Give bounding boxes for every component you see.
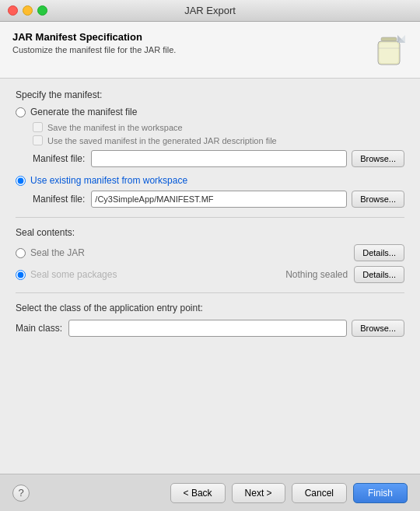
use-existing-radio[interactable]: Use existing manifest from workspace [16,175,404,186]
window-title: JAR Export [184,5,236,16]
main-class-browse-button[interactable]: Browse... [352,320,404,337]
svg-rect-0 [381,37,397,41]
main-class-label: Main class: [16,323,62,334]
save-manifest-option[interactable]: Save the manifest in the workspace [33,122,404,132]
save-manifest-checkbox[interactable] [33,122,43,132]
nothing-sealed-label: Nothing sealed [285,269,348,280]
save-manifest-label: Save the manifest in the workspace [47,123,183,132]
manifest-file-row-2: Manifest file: Browse... [33,191,404,208]
main-class-input[interactable] [68,320,347,337]
divider-1 [16,217,404,218]
maximize-button[interactable] [37,5,47,16]
header-subtitle: Customize the manifest file for the JAR … [12,45,176,54]
browse-button-1[interactable]: Browse... [352,150,404,167]
manifest-file-label-2: Manifest file: [33,194,85,205]
jar-icon [370,31,408,68]
seal-jar-label[interactable]: Seal the JAR [30,247,354,258]
cancel-button[interactable]: Cancel [292,483,347,503]
footer: ? < Back Next > Cancel Finish [0,474,420,511]
seal-some-label[interactable]: Seal some packages [30,269,285,280]
seal-jar-radio[interactable] [16,248,26,258]
generate-manifest-radio[interactable]: Generate the manifest file [16,107,404,117]
header-section: JAR Manifest Specification Customize the… [0,22,420,79]
title-bar: JAR Export [0,0,420,22]
seal-jar-details-button[interactable]: Details... [354,244,404,261]
header-text: JAR Manifest Specification Customize the… [12,31,176,54]
seal-some-details-button[interactable]: Details... [354,266,404,283]
use-existing-radio-input[interactable] [16,176,26,186]
seal-some-radio[interactable] [16,270,26,280]
svg-rect-2 [380,43,398,63]
seal-contents-label: Seal contents: [16,227,404,238]
manifest-file-input-2[interactable] [91,191,347,208]
next-button[interactable]: Next > [232,483,285,503]
use-saved-option[interactable]: Use the saved manifest in the generated … [33,135,404,145]
minimize-button[interactable] [23,5,33,16]
specify-manifest-label: Specify the manifest: [16,89,404,100]
header-title: JAR Manifest Specification [12,31,176,43]
close-button[interactable] [8,5,18,16]
seal-some-row: Seal some packages Nothing sealed Detail… [16,266,404,283]
window-controls[interactable] [8,5,47,16]
help-button[interactable]: ? [12,485,30,502]
back-button[interactable]: < Back [170,483,226,503]
generate-options: Save the manifest in the workspace Use t… [33,122,404,145]
use-existing-radio-label[interactable]: Use existing manifest from workspace [30,175,187,186]
generate-radio-label[interactable]: Generate the manifest file [30,107,137,117]
content-area: Specify the manifest: Generate the manif… [0,79,420,474]
divider-2 [16,292,404,293]
browse-button-2[interactable]: Browse... [352,191,404,208]
finish-button[interactable]: Finish [353,483,408,503]
use-saved-checkbox[interactable] [33,135,43,145]
entry-point-section: Select the class of the application entr… [16,303,404,337]
use-saved-label: Use the saved manifest in the generated … [47,136,277,145]
entry-point-label: Select the class of the application entr… [16,303,404,313]
footer-right: < Back Next > Cancel Finish [170,483,408,503]
footer-left: ? [12,485,30,502]
generate-radio-input[interactable] [16,107,26,117]
dialog-body: JAR Manifest Specification Customize the… [0,22,420,511]
seal-jar-row: Seal the JAR Details... [16,244,404,261]
manifest-file-input-1[interactable] [91,150,347,167]
manifest-file-label-1: Manifest file: [33,153,85,164]
main-class-row: Main class: Browse... [16,320,404,337]
manifest-file-row-1: Manifest file: Browse... [33,150,404,167]
